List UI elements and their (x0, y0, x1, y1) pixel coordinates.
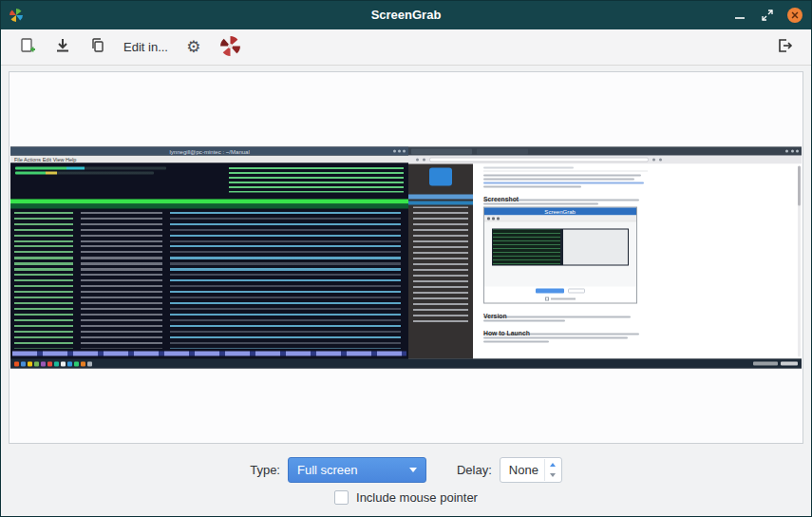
capture-controls: Type: Full screen Delay: None Include mo… (9, 444, 803, 516)
terminal-window-buttons (393, 150, 406, 153)
spin-buttons (544, 459, 560, 481)
htop-summary-lines (229, 167, 404, 193)
nested-controls (484, 287, 636, 296)
preview-browser-window: Lubuntu Manual Screenshot (408, 147, 802, 359)
preview-image: lynnegill@pc-mintec : ~/Manual File Acti… (10, 147, 802, 369)
browser-window-buttons (785, 150, 799, 153)
exit-icon (776, 37, 793, 57)
docs-sidebar: Lubuntu Manual (408, 164, 473, 359)
minimize-button[interactable] (732, 8, 747, 23)
include-pointer-checkbox[interactable] (334, 490, 349, 505)
browser-body: Lubuntu Manual Screenshot (408, 164, 802, 359)
nested-preview-area (484, 222, 636, 287)
screengrab-logo-icon (219, 35, 241, 60)
htop-header-row (10, 204, 408, 209)
terminal-menu-text: File Actions Edit View Help (14, 157, 76, 163)
window-title: ScreenGrab (1, 1, 811, 29)
nested-toolbar (484, 216, 636, 222)
nested-mini-desktop (492, 228, 629, 265)
sidebar-active-item (408, 201, 473, 205)
preview-taskbar (10, 359, 802, 369)
type-select[interactable]: Full screen (288, 457, 426, 483)
new-screenshot-button[interactable] (12, 33, 43, 62)
spin-down-button[interactable] (545, 470, 560, 482)
save-icon (54, 37, 71, 57)
browser-tabbar (408, 147, 802, 156)
screengrab-window: ScreenGrab (0, 0, 812, 517)
edit-in-label: Edit in... (123, 40, 168, 54)
spin-up-button[interactable] (545, 459, 560, 470)
terminal-content (10, 163, 408, 359)
delay-label: Delay: (457, 463, 492, 477)
window-body: lynnegill@pc-mintec : ~/Manual File Acti… (1, 66, 811, 516)
heading-how-to-launch: How to Launch (483, 330, 530, 336)
include-pointer-label[interactable]: Include mouse pointer (356, 490, 478, 505)
sidebar-toc-lines (413, 207, 468, 324)
sidebar-title: Lubuntu Manual (408, 186, 473, 194)
delay-value: None (509, 463, 538, 477)
preview-terminal-window: lynnegill@pc-mintec : ~/Manual File Acti… (10, 147, 408, 359)
htop-function-bar (12, 352, 406, 356)
save-button[interactable] (47, 33, 78, 62)
maximize-button[interactable] (760, 8, 775, 23)
browser-navbar (408, 156, 802, 164)
document-new-icon (19, 37, 36, 57)
close-button[interactable] (787, 8, 803, 23)
taskbar-tray-clock (753, 362, 798, 366)
terminal-titlebar: lynnegill@pc-mintec : ~/Manual (10, 147, 408, 156)
sidebar-version-band (408, 195, 473, 200)
docs-content: Screenshot ScreenGrab (473, 164, 802, 359)
terminal-title-text: lynnegill@pc-mintec : ~/Manual (169, 148, 249, 155)
preview-frame: lynnegill@pc-mintec : ~/Manual File Acti… (9, 71, 803, 444)
nested-screenshot-image: ScreenGrab (483, 207, 637, 304)
htop-cpu-meters (15, 167, 166, 177)
window-controls (732, 1, 803, 29)
nested-checkbox-row (484, 296, 636, 303)
chevron-down-icon (409, 468, 417, 472)
lubuntu-logo (429, 168, 452, 186)
nested-window-titlebar: ScreenGrab (484, 208, 636, 216)
nested-window-title: ScreenGrab (545, 208, 576, 215)
htop-process-rows (14, 212, 405, 349)
titlebar: ScreenGrab (1, 1, 811, 29)
about-button[interactable] (214, 33, 247, 62)
settings-button[interactable]: ⚙ (179, 33, 209, 62)
browser-scrollbar (798, 166, 801, 357)
copy-icon (89, 37, 106, 57)
browser-urlbar (429, 158, 649, 163)
terminal-menubar: File Actions Edit View Help (10, 156, 408, 163)
toolbar: Edit in... ⚙ (1, 29, 811, 66)
heading-version: Version (483, 313, 507, 319)
type-select-value: Full screen (297, 463, 358, 477)
heading-screenshot: Screenshot (483, 196, 519, 202)
type-label: Type: (250, 463, 280, 477)
quit-button[interactable] (769, 33, 800, 62)
docs-text-column: Screenshot ScreenGrab (483, 167, 648, 345)
copy-button[interactable] (83, 33, 113, 62)
sidebar-title-text: Lubuntu Manual (425, 192, 466, 193)
gear-icon: ⚙ (186, 39, 200, 55)
delay-spinbox[interactable]: None (500, 457, 562, 483)
edit-in-button[interactable]: Edit in... (118, 33, 174, 62)
